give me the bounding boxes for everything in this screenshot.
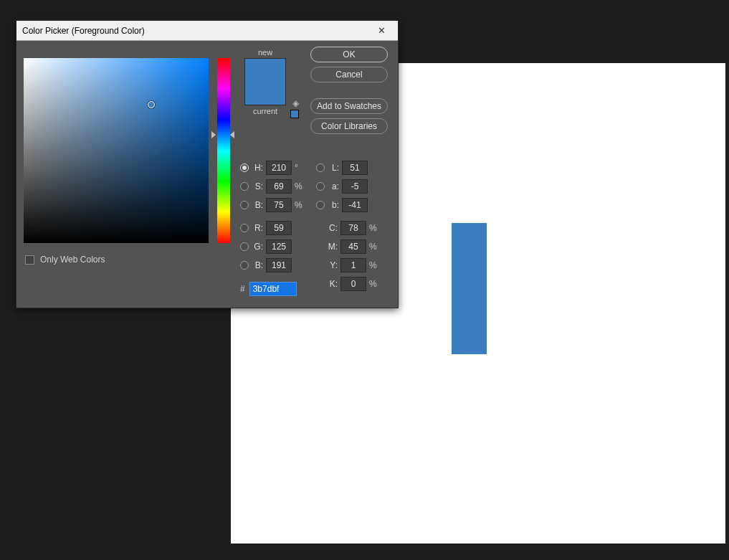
cyan-input[interactable]: [340, 221, 366, 235]
hue-slider[interactable]: [217, 58, 230, 243]
green-label: G:: [252, 242, 263, 252]
hex-label: #: [240, 284, 245, 294]
cyan-label: C:: [326, 223, 338, 233]
yellow-input[interactable]: [340, 258, 366, 272]
dialog-title: Color Picker (Foreground Color): [22, 26, 145, 36]
yellow-label: Y:: [326, 260, 338, 270]
cancel-button[interactable]: Cancel: [310, 67, 388, 82]
red-radio[interactable]: [240, 224, 249, 232]
lab-a-label: a:: [328, 181, 339, 191]
gamut-warning-icon[interactable]: ◈: [290, 98, 300, 108]
dialog-buttons: OK Cancel Add to Swatches Color Librarie…: [310, 47, 388, 134]
green-input[interactable]: [266, 239, 292, 254]
lab-l-input[interactable]: [342, 161, 368, 175]
blue-radio[interactable]: [240, 261, 249, 270]
canvas-shape-rectangle[interactable]: [452, 223, 487, 354]
saturation-radio[interactable]: [240, 182, 249, 191]
gamut-nearest-swatch[interactable]: [290, 110, 299, 118]
lab-a-radio[interactable]: [316, 182, 325, 191]
only-web-colors-checkbox[interactable]: [25, 255, 34, 265]
brightness-label: B:: [252, 200, 263, 210]
black-input[interactable]: [340, 277, 366, 291]
new-color-label: new: [240, 47, 290, 58]
add-to-swatches-button[interactable]: Add to Swatches: [310, 98, 388, 114]
color-value-fields: H: ° S: % B: %: [240, 158, 392, 293]
ok-button[interactable]: OK: [310, 47, 388, 62]
color-picker-dialog: Color Picker (Foreground Color) ✕ new cu…: [16, 20, 399, 308]
only-web-colors-label: Only Web Colors: [40, 255, 105, 265]
lab-b-radio[interactable]: [316, 201, 325, 209]
color-field-cursor[interactable]: [148, 101, 155, 108]
yellow-unit: %: [369, 260, 382, 270]
brightness-unit: %: [295, 200, 308, 210]
hex-input[interactable]: [249, 282, 297, 296]
close-icon[interactable]: ✕: [371, 22, 392, 39]
blue-input[interactable]: [266, 258, 292, 272]
dialog-body: new current ◈ OK Cancel Add to Swatches …: [16, 41, 398, 308]
magenta-unit: %: [369, 242, 382, 252]
hue-marker-left-icon: [211, 131, 216, 138]
lab-b-label: b:: [328, 200, 339, 210]
red-label: R:: [252, 223, 263, 233]
color-libraries-button[interactable]: Color Libraries: [310, 118, 388, 134]
swatch-box[interactable]: [244, 58, 286, 105]
only-web-colors-row: Only Web Colors: [25, 255, 105, 265]
saturation-input[interactable]: [266, 179, 292, 194]
green-radio[interactable]: [240, 242, 249, 251]
magenta-input[interactable]: [340, 239, 366, 254]
blue-label: B:: [252, 260, 263, 270]
new-color-swatch[interactable]: [245, 59, 285, 82]
color-swatch-preview: new current: [240, 47, 290, 117]
hex-row: #: [240, 282, 297, 296]
lab-l-radio[interactable]: [316, 163, 325, 172]
saturation-brightness-field[interactable]: [24, 58, 209, 243]
hue-unit: °: [295, 163, 308, 173]
lab-a-input[interactable]: [342, 179, 368, 194]
brightness-radio[interactable]: [240, 201, 249, 209]
hue-marker-right-icon: [230, 131, 234, 138]
cyan-unit: %: [369, 223, 382, 233]
lab-l-label: L:: [328, 163, 339, 173]
hue-label: H:: [252, 163, 263, 173]
hue-radio[interactable]: [240, 163, 249, 172]
magenta-label: M:: [326, 242, 338, 252]
dialog-titlebar[interactable]: Color Picker (Foreground Color) ✕: [16, 21, 398, 41]
saturation-unit: %: [295, 181, 308, 191]
saturation-label: S:: [252, 181, 263, 191]
brightness-input[interactable]: [266, 198, 292, 212]
red-input[interactable]: [266, 221, 292, 235]
current-color-label: current: [240, 105, 290, 117]
hue-input[interactable]: [266, 161, 292, 175]
lab-b-input[interactable]: [342, 198, 368, 212]
black-label: K:: [326, 279, 338, 289]
current-color-swatch[interactable]: [245, 82, 285, 105]
black-unit: %: [369, 279, 382, 289]
